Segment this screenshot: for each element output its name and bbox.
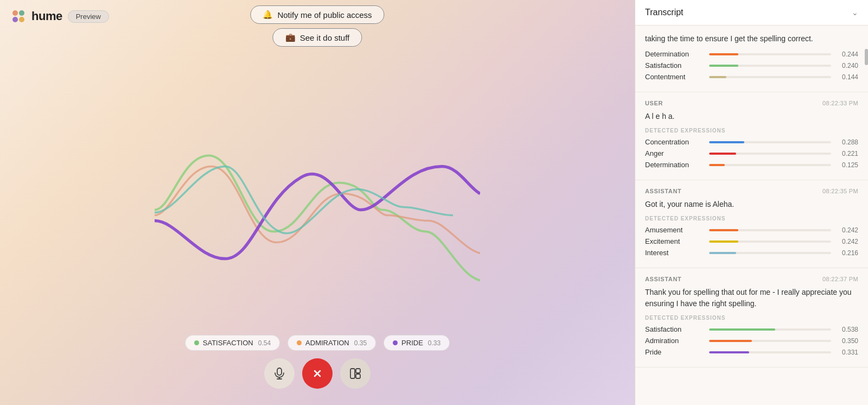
- message-card: ASSISTANT08:22:35 PMGot it, your name is…: [635, 180, 868, 268]
- message-role: ASSISTANT: [645, 276, 681, 282]
- expression-bar: [709, 351, 749, 353]
- transcript-title: Transcript: [645, 8, 684, 17]
- expression-bar-container: [709, 252, 831, 254]
- expression-row: Anger 0.221: [645, 149, 858, 157]
- message-role: ASSISTANT: [645, 188, 681, 194]
- emotion-pill: PRIDE 0.33: [384, 335, 450, 351]
- emotion-value: 0.35: [354, 339, 367, 347]
- message-text: Got it, your name is Aleha.: [645, 199, 858, 210]
- emotion-value: 0.33: [428, 339, 441, 347]
- expression-row: Contentment 0.144: [645, 73, 858, 81]
- notify-button[interactable]: 🔔 Notify me of public access: [250, 5, 384, 24]
- expression-bar: [709, 229, 738, 231]
- waveform-panel: hume Preview 🔔 Notify me of public acces…: [0, 0, 635, 405]
- stop-icon: [312, 369, 322, 378]
- expression-bar: [709, 76, 726, 78]
- message-meta: ASSISTANT08:22:37 PM: [645, 276, 858, 282]
- expression-bar-container: [709, 141, 831, 143]
- layout-button[interactable]: [340, 358, 371, 389]
- see-label: See it do stuff: [300, 33, 349, 42]
- expression-name: Amusement: [645, 226, 705, 234]
- message-meta: USER08:22:33 PM: [645, 100, 858, 106]
- expression-bar-container: [709, 229, 831, 231]
- expression-bar: [709, 252, 736, 254]
- emotion-pill: ADMIRATION 0.35: [288, 335, 376, 351]
- expression-name: Determination: [645, 50, 705, 58]
- expression-value: 0.216: [839, 249, 858, 257]
- expression-value: 0.125: [839, 161, 858, 169]
- message-card: taking the time to ensure I get the spel…: [635, 26, 868, 92]
- emotion-dot: [393, 340, 398, 345]
- expression-name: Satisfaction: [645, 61, 705, 69]
- message-text: A l e h a.: [645, 111, 858, 122]
- expression-bar: [709, 53, 738, 55]
- expression-row: Amusement 0.242: [645, 226, 858, 234]
- emotion-name: SATISFACTION: [203, 339, 253, 347]
- logo-text: hume: [31, 9, 62, 23]
- bell-icon: 🔔: [263, 10, 273, 20]
- transcript-header: Transcript ⌄: [635, 0, 868, 26]
- emotion-pill: SATISFACTION 0.54: [185, 335, 280, 351]
- emotion-labels: SATISFACTION 0.54 ADMIRATION 0.35 PRIDE …: [185, 335, 450, 351]
- expression-name: Contentment: [645, 73, 705, 81]
- suitcase-icon: 💼: [285, 33, 296, 42]
- microphone-button[interactable]: [264, 358, 295, 389]
- message-text: Thank you for spelling that out for me -…: [645, 287, 858, 309]
- expression-name: Excitement: [645, 237, 705, 245]
- message-time: 08:22:33 PM: [822, 100, 858, 106]
- preview-button[interactable]: Preview: [68, 10, 109, 23]
- expression-value: 0.288: [839, 138, 858, 146]
- message-card: USER08:22:33 PMA l e h a.DETECTED EXPRES…: [635, 92, 868, 180]
- expression-bar-container: [709, 241, 831, 243]
- expression-value: 0.240: [839, 62, 858, 69]
- microphone-icon: [273, 368, 285, 379]
- expression-bar-container: [709, 53, 831, 55]
- expression-name: Interest: [645, 249, 705, 257]
- expression-bar-container: [709, 65, 831, 67]
- expression-row: Satisfaction 0.240: [645, 61, 858, 69]
- chevron-down-icon: ⌄: [852, 8, 858, 17]
- transcript-scroll[interactable]: taking the time to ensure I get the spel…: [635, 26, 868, 405]
- expression-bar-container: [709, 164, 831, 166]
- scrollbar-thumb[interactable]: [865, 49, 868, 65]
- svg-rect-4: [277, 368, 282, 375]
- emotion-name: ADMIRATION: [305, 339, 349, 347]
- waveform-visualization: [155, 112, 480, 286]
- expression-bar-container: [709, 328, 831, 331]
- svg-rect-9: [350, 369, 355, 378]
- emotion-dot: [297, 340, 302, 345]
- svg-point-2: [12, 17, 18, 22]
- svg-rect-10: [356, 369, 360, 373]
- expression-value: 0.244: [839, 50, 858, 58]
- expression-bar-container: [709, 153, 831, 155]
- expression-name: Concentration: [645, 138, 705, 146]
- header-buttons: 🔔 Notify me of public access 💼 See it do…: [250, 5, 384, 47]
- notify-label: Notify me of public access: [277, 10, 372, 20]
- message-time: 08:22:35 PM: [822, 188, 858, 194]
- svg-rect-11: [356, 374, 360, 378]
- expression-value: 0.331: [839, 349, 858, 356]
- detected-label: DETECTED EXPRESSIONS: [645, 128, 858, 134]
- message-time: 08:22:37 PM: [822, 276, 858, 282]
- expression-name: Anger: [645, 149, 705, 157]
- message-role: USER: [645, 100, 663, 106]
- expression-bar: [709, 153, 736, 155]
- expression-row: Excitement 0.242: [645, 237, 858, 245]
- message-meta: ASSISTANT08:22:35 PM: [645, 188, 858, 194]
- logo-area: hume Preview: [11, 9, 109, 24]
- expression-row: Interest 0.216: [645, 249, 858, 257]
- expression-bar: [709, 241, 738, 243]
- header: hume Preview 🔔 Notify me of public acces…: [0, 0, 635, 33]
- expression-name: Determination: [645, 161, 705, 169]
- expression-row: Pride 0.331: [645, 348, 858, 356]
- expression-value: 0.350: [839, 337, 858, 345]
- hume-logo-icon: [11, 9, 26, 24]
- stop-button[interactable]: [302, 358, 333, 389]
- layout-icon: [350, 368, 361, 379]
- emotion-name: PRIDE: [401, 339, 423, 347]
- expression-name: Satisfaction: [645, 325, 705, 333]
- expression-value: 0.242: [839, 238, 858, 245]
- see-button[interactable]: 💼 See it do stuff: [273, 28, 362, 47]
- message-card: ASSISTANT08:22:37 PMThank you for spelli…: [635, 268, 868, 368]
- expression-bar: [709, 340, 752, 342]
